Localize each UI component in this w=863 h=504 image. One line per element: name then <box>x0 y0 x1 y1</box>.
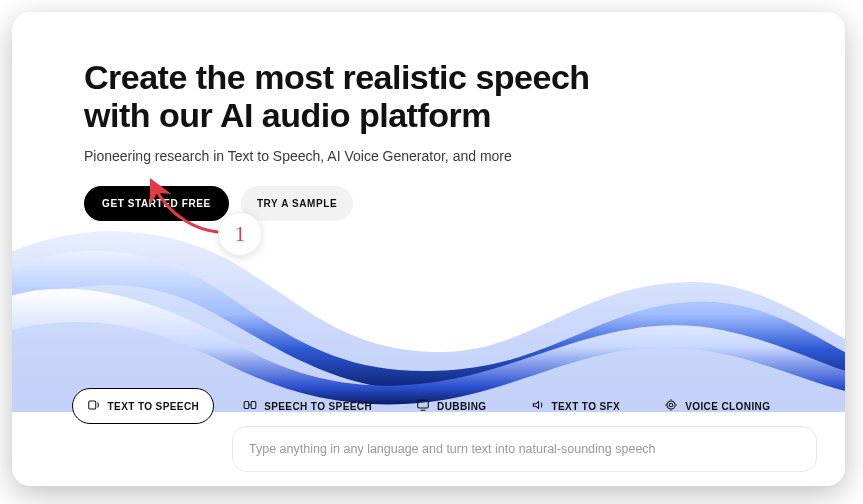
dubbing-icon <box>416 398 430 414</box>
tab-speech-to-speech[interactable]: SPEECH TO SPEECH <box>228 388 387 424</box>
svg-rect-2 <box>251 402 256 409</box>
hero-card: Create the most realistic speech with ou… <box>12 12 845 486</box>
annotation-step-number: 1 <box>235 223 245 246</box>
hero-content: Create the most realistic speech with ou… <box>12 12 845 221</box>
tab-label: SPEECH TO SPEECH <box>264 401 372 412</box>
tab-label: VOICE CLONING <box>685 401 770 412</box>
page-title: Create the most realistic speech with ou… <box>84 58 785 134</box>
tab-label: TEXT TO SFX <box>552 401 621 412</box>
tab-label: TEXT TO SPEECH <box>108 401 200 412</box>
feature-tabs: TEXT TO SPEECH SPEECH TO SPEECH DUBBING … <box>12 388 845 424</box>
tab-voice-cloning[interactable]: VOICE CLONING <box>649 388 785 424</box>
speech-to-speech-icon <box>243 398 257 414</box>
svg-point-5 <box>667 401 675 409</box>
subheading: Pioneering research in Text to Speech, A… <box>84 148 785 164</box>
tab-text-to-speech[interactable]: TEXT TO SPEECH <box>72 388 215 424</box>
voice-cloning-icon <box>664 398 678 414</box>
tab-dubbing[interactable]: DUBBING <box>401 388 501 424</box>
svg-rect-3 <box>418 400 429 408</box>
tab-text-to-sfx[interactable]: TEXT TO SFX <box>516 388 636 424</box>
svg-point-4 <box>669 403 673 407</box>
headline-line-2: with our AI audio platform <box>84 96 491 134</box>
prompt-panel <box>232 426 817 472</box>
cta-row: GET STARTED FREE TRY A SAMPLE <box>84 186 785 221</box>
annotation-step-badge: 1 <box>218 212 262 256</box>
try-sample-button[interactable]: TRY A SAMPLE <box>241 186 353 221</box>
get-started-button[interactable]: GET STARTED FREE <box>84 186 229 221</box>
wave-illustration <box>12 202 845 412</box>
prompt-input[interactable] <box>249 442 800 456</box>
svg-rect-0 <box>88 401 95 409</box>
text-to-speech-icon <box>87 398 101 414</box>
svg-rect-1 <box>244 402 249 409</box>
text-to-sfx-icon <box>531 398 545 414</box>
tab-label: DUBBING <box>437 401 486 412</box>
headline-line-1: Create the most realistic speech <box>84 58 590 96</box>
